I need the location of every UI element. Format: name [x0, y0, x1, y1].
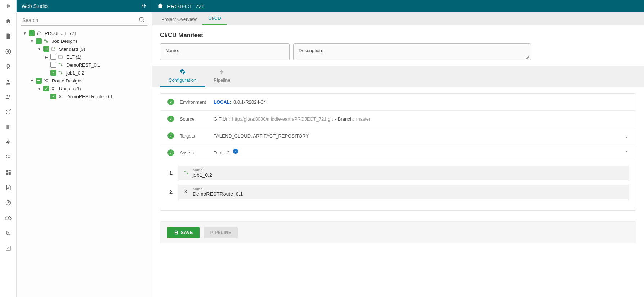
checkbox[interactable] — [36, 38, 42, 44]
asset-card[interactable]: name job1_0.2 — [178, 166, 629, 180]
checkbox[interactable] — [50, 62, 56, 68]
tools-icon[interactable] — [4, 108, 12, 116]
asset-card[interactable]: name DemoRESTRoute_0.1 — [178, 185, 629, 199]
chevron-up-icon[interactable]: ⌃ — [625, 150, 629, 156]
info-icon[interactable]: i — [233, 149, 238, 154]
svg-point-10 — [54, 47, 55, 49]
bolt-icon[interactable] — [4, 138, 12, 146]
home-icon[interactable] — [4, 17, 12, 25]
pipeline-button: PIPELINE — [204, 227, 238, 238]
tree-label: PROJECT_721 — [43, 31, 77, 36]
button-bar: SAVE PIPELINE — [160, 221, 636, 243]
tree-label: Routes (1) — [58, 86, 81, 91]
job-icon — [58, 62, 63, 68]
route-icon — [58, 94, 63, 99]
award-icon[interactable] — [4, 63, 12, 71]
job-icon — [183, 170, 189, 176]
tree-label: DemoRESTRoute_0.1 — [65, 94, 113, 99]
tree-node-demoroute[interactable]: ▶ DemoRESTRoute_0.1 — [18, 93, 150, 100]
job-icon — [58, 70, 63, 76]
svg-rect-18 — [187, 173, 188, 174]
tree-label: DemoREST_0.1 — [65, 62, 100, 68]
side-panel-title: Web Studio — [22, 3, 48, 9]
caret-icon[interactable]: ▶ — [44, 55, 49, 59]
expand-rail-icon[interactable] — [4, 2, 12, 10]
history-icon[interactable] — [4, 229, 12, 237]
svg-point-1 — [7, 50, 9, 53]
content: CI/CD Manifest Name: Description: Config… — [152, 25, 644, 297]
subtab-label: Pipeline — [214, 77, 230, 83]
row-targets[interactable]: Targets TALEND_CLOUD, ARTIFACT_REPOSITOR… — [160, 127, 636, 144]
project-tree: ▼ PROJECT_721 ▼ Job Designs ▼ Standard (… — [17, 27, 152, 103]
dashboard-icon[interactable] — [4, 168, 12, 176]
subtab-pipeline[interactable]: Pipeline — [205, 66, 239, 87]
tree-label: Standard (3) — [58, 46, 85, 52]
caret-icon[interactable]: ▼ — [37, 47, 42, 51]
git-uri: http://gitea:3080/middle-earth/PROJECT_7… — [232, 116, 333, 122]
folder-icon — [58, 54, 63, 60]
caret-icon[interactable]: ▼ — [37, 87, 42, 91]
asset-name: job1_0.2 — [193, 172, 212, 178]
cloud-upload-icon[interactable] — [4, 214, 12, 222]
search-input[interactable] — [21, 15, 147, 26]
radar-icon[interactable] — [4, 199, 12, 207]
caret-icon[interactable]: ▼ — [22, 31, 27, 35]
description-label: Description: — [299, 48, 323, 53]
collapse-panel-icon[interactable] — [141, 3, 147, 10]
route-group-icon — [43, 78, 49, 84]
chevron-down-icon[interactable]: ⌄ — [625, 133, 629, 139]
check-icon — [167, 132, 174, 139]
svg-rect-13 — [59, 71, 60, 72]
svg-point-3 — [7, 80, 9, 82]
user-icon[interactable] — [4, 78, 12, 86]
name-field[interactable]: Name: — [160, 43, 290, 60]
svg-point-15 — [47, 79, 48, 80]
tree-node-job1[interactable]: ▶ job1_0.2 — [18, 69, 150, 77]
checkbox[interactable] — [43, 86, 49, 91]
tree-node-job-designs[interactable]: ▼ Job Designs — [18, 37, 150, 45]
subtab-configuration[interactable]: Configuration — [160, 66, 205, 87]
checkbox[interactable] — [50, 70, 56, 76]
svg-rect-11 — [59, 63, 60, 64]
checkbox[interactable] — [29, 30, 35, 36]
tree-label: Job Designs — [50, 39, 78, 44]
barcode-icon[interactable] — [4, 123, 12, 131]
tree-node-project[interactable]: ▼ PROJECT_721 — [18, 29, 150, 37]
tree-node-route-designs[interactable]: ▼ Route Designs — [18, 77, 150, 85]
name-label: Name: — [165, 48, 179, 53]
project-title: PROJECT_721 — [167, 3, 204, 9]
side-panel: Web Studio ▼ PROJECT_721 ▼ Job Designs ▼ — [17, 0, 152, 297]
tab-cicd[interactable]: CI/CD — [202, 13, 227, 25]
check-icon — [167, 116, 174, 122]
checkbox[interactable] — [50, 94, 56, 99]
checkbox[interactable] — [43, 46, 49, 52]
target-icon[interactable] — [4, 48, 12, 55]
asset-name: DemoRESTRoute_0.1 — [193, 191, 243, 197]
hierarchy-icon[interactable] — [4, 153, 12, 161]
file-chart-icon[interactable] — [4, 184, 12, 192]
tree-node-routes[interactable]: ▼ Routes (1) — [18, 85, 150, 93]
checkbox[interactable] — [36, 78, 42, 84]
tree-node-standard[interactable]: ▼ Standard (3) — [18, 45, 150, 53]
tab-overview[interactable]: Project Overview — [156, 14, 202, 25]
folder-icon — [50, 46, 56, 52]
pipeline-label: PIPELINE — [210, 230, 232, 235]
svg-point-16 — [47, 81, 48, 82]
bolt-icon — [214, 68, 230, 77]
svg-point-5 — [9, 95, 10, 97]
document-icon[interactable] — [4, 32, 12, 40]
row-assets[interactable]: Assets Total: 2 i ⌃ — [160, 144, 636, 161]
tree-node-demorest[interactable]: ▶ DemoREST_0.1 — [18, 61, 150, 69]
users-icon[interactable] — [4, 93, 12, 101]
caret-icon[interactable]: ▼ — [30, 79, 35, 83]
app-root: Web Studio ▼ PROJECT_721 ▼ Job Designs ▼ — [0, 0, 644, 297]
caret-icon[interactable]: ▼ — [30, 39, 35, 43]
targets-label: Targets — [180, 133, 208, 139]
search-container — [17, 12, 152, 27]
checklist-icon[interactable] — [4, 244, 12, 252]
save-button[interactable]: SAVE — [167, 227, 200, 238]
checkbox[interactable] — [50, 54, 56, 60]
env-local: LOCAL: — [214, 99, 231, 105]
tree-node-elt[interactable]: ▶ ELT (1) — [18, 53, 150, 61]
description-field[interactable]: Description: — [293, 43, 531, 60]
